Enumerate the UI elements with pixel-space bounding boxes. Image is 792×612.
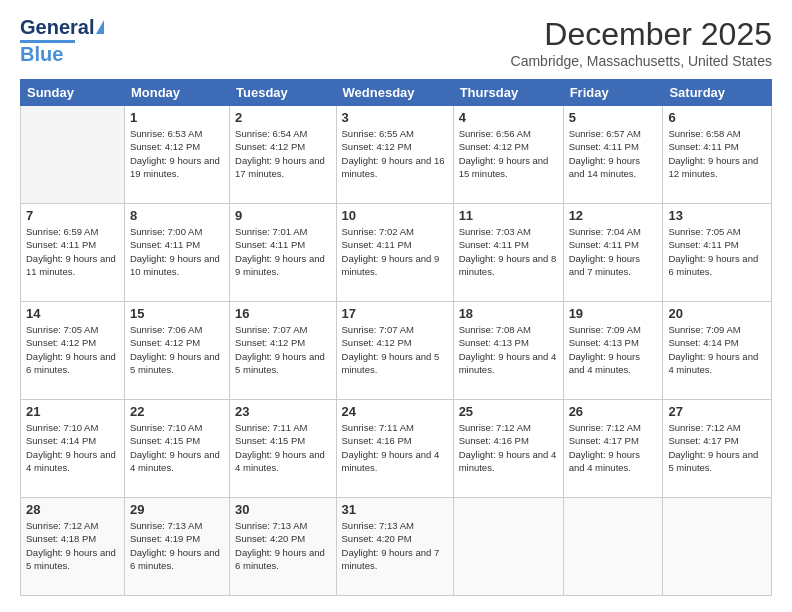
calendar-cell [453,498,563,596]
calendar-cell [21,106,125,204]
day-number: 5 [569,110,658,125]
calendar-cell: 24Sunrise: 7:11 AM Sunset: 4:16 PM Dayli… [336,400,453,498]
day-number: 28 [26,502,119,517]
calendar-cell: 1Sunrise: 6:53 AM Sunset: 4:12 PM Daylig… [124,106,229,204]
cell-info: Sunrise: 6:57 AM Sunset: 4:11 PM Dayligh… [569,127,658,180]
calendar-cell: 23Sunrise: 7:11 AM Sunset: 4:15 PM Dayli… [230,400,336,498]
day-number: 3 [342,110,448,125]
cell-info: Sunrise: 7:12 AM Sunset: 4:17 PM Dayligh… [668,421,766,474]
cell-info: Sunrise: 7:04 AM Sunset: 4:11 PM Dayligh… [569,225,658,278]
weekday-header-monday: Monday [124,80,229,106]
day-number: 30 [235,502,330,517]
cell-info: Sunrise: 7:11 AM Sunset: 4:16 PM Dayligh… [342,421,448,474]
day-number: 14 [26,306,119,321]
cell-info: Sunrise: 7:00 AM Sunset: 4:11 PM Dayligh… [130,225,224,278]
cell-info: Sunrise: 7:12 AM Sunset: 4:17 PM Dayligh… [569,421,658,474]
calendar-cell: 4Sunrise: 6:56 AM Sunset: 4:12 PM Daylig… [453,106,563,204]
calendar-row-1: 7Sunrise: 6:59 AM Sunset: 4:11 PM Daylig… [21,204,772,302]
day-number: 27 [668,404,766,419]
weekday-header-tuesday: Tuesday [230,80,336,106]
calendar-cell: 2Sunrise: 6:54 AM Sunset: 4:12 PM Daylig… [230,106,336,204]
calendar-cell: 22Sunrise: 7:10 AM Sunset: 4:15 PM Dayli… [124,400,229,498]
weekday-header-sunday: Sunday [21,80,125,106]
calendar-cell: 31Sunrise: 7:13 AM Sunset: 4:20 PM Dayli… [336,498,453,596]
day-number: 4 [459,110,558,125]
day-number: 8 [130,208,224,223]
cell-info: Sunrise: 6:55 AM Sunset: 4:12 PM Dayligh… [342,127,448,180]
cell-info: Sunrise: 7:10 AM Sunset: 4:15 PM Dayligh… [130,421,224,474]
day-number: 16 [235,306,330,321]
day-number: 25 [459,404,558,419]
weekday-header-row: SundayMondayTuesdayWednesdayThursdayFrid… [21,80,772,106]
calendar-row-0: 1Sunrise: 6:53 AM Sunset: 4:12 PM Daylig… [21,106,772,204]
calendar-cell: 17Sunrise: 7:07 AM Sunset: 4:12 PM Dayli… [336,302,453,400]
calendar-cell: 8Sunrise: 7:00 AM Sunset: 4:11 PM Daylig… [124,204,229,302]
cell-info: Sunrise: 7:13 AM Sunset: 4:20 PM Dayligh… [235,519,330,572]
calendar-cell: 6Sunrise: 6:58 AM Sunset: 4:11 PM Daylig… [663,106,772,204]
day-number: 12 [569,208,658,223]
day-number: 26 [569,404,658,419]
calendar-cell: 18Sunrise: 7:08 AM Sunset: 4:13 PM Dayli… [453,302,563,400]
calendar-row-4: 28Sunrise: 7:12 AM Sunset: 4:18 PM Dayli… [21,498,772,596]
day-number: 10 [342,208,448,223]
calendar-cell: 19Sunrise: 7:09 AM Sunset: 4:13 PM Dayli… [563,302,663,400]
weekday-header-friday: Friday [563,80,663,106]
calendar-cell: 21Sunrise: 7:10 AM Sunset: 4:14 PM Dayli… [21,400,125,498]
cell-info: Sunrise: 7:12 AM Sunset: 4:18 PM Dayligh… [26,519,119,572]
cell-info: Sunrise: 6:53 AM Sunset: 4:12 PM Dayligh… [130,127,224,180]
day-number: 13 [668,208,766,223]
calendar-cell: 9Sunrise: 7:01 AM Sunset: 4:11 PM Daylig… [230,204,336,302]
calendar-cell: 28Sunrise: 7:12 AM Sunset: 4:18 PM Dayli… [21,498,125,596]
day-number: 23 [235,404,330,419]
day-number: 17 [342,306,448,321]
title-area: December 2025 Cambridge, Massachusetts, … [511,16,772,69]
cell-info: Sunrise: 7:05 AM Sunset: 4:12 PM Dayligh… [26,323,119,376]
calendar-cell: 16Sunrise: 7:07 AM Sunset: 4:12 PM Dayli… [230,302,336,400]
day-number: 21 [26,404,119,419]
page: General Blue December 2025 Cambridge, Ma… [0,0,792,612]
cell-info: Sunrise: 7:03 AM Sunset: 4:11 PM Dayligh… [459,225,558,278]
day-number: 11 [459,208,558,223]
calendar-cell: 27Sunrise: 7:12 AM Sunset: 4:17 PM Dayli… [663,400,772,498]
cell-info: Sunrise: 7:06 AM Sunset: 4:12 PM Dayligh… [130,323,224,376]
header: General Blue December 2025 Cambridge, Ma… [20,16,772,69]
day-number: 24 [342,404,448,419]
day-number: 2 [235,110,330,125]
cell-info: Sunrise: 7:05 AM Sunset: 4:11 PM Dayligh… [668,225,766,278]
calendar-row-3: 21Sunrise: 7:10 AM Sunset: 4:14 PM Dayli… [21,400,772,498]
month-title: December 2025 [511,16,772,53]
calendar-cell: 15Sunrise: 7:06 AM Sunset: 4:12 PM Dayli… [124,302,229,400]
calendar-cell: 10Sunrise: 7:02 AM Sunset: 4:11 PM Dayli… [336,204,453,302]
calendar-cell: 25Sunrise: 7:12 AM Sunset: 4:16 PM Dayli… [453,400,563,498]
calendar-cell: 11Sunrise: 7:03 AM Sunset: 4:11 PM Dayli… [453,204,563,302]
cell-info: Sunrise: 7:10 AM Sunset: 4:14 PM Dayligh… [26,421,119,474]
calendar-cell: 29Sunrise: 7:13 AM Sunset: 4:19 PM Dayli… [124,498,229,596]
calendar-cell: 13Sunrise: 7:05 AM Sunset: 4:11 PM Dayli… [663,204,772,302]
calendar-cell: 20Sunrise: 7:09 AM Sunset: 4:14 PM Dayli… [663,302,772,400]
calendar-cell: 5Sunrise: 6:57 AM Sunset: 4:11 PM Daylig… [563,106,663,204]
cell-info: Sunrise: 6:58 AM Sunset: 4:11 PM Dayligh… [668,127,766,180]
calendar-cell: 7Sunrise: 6:59 AM Sunset: 4:11 PM Daylig… [21,204,125,302]
cell-info: Sunrise: 7:11 AM Sunset: 4:15 PM Dayligh… [235,421,330,474]
calendar-row-2: 14Sunrise: 7:05 AM Sunset: 4:12 PM Dayli… [21,302,772,400]
weekday-header-wednesday: Wednesday [336,80,453,106]
cell-info: Sunrise: 6:54 AM Sunset: 4:12 PM Dayligh… [235,127,330,180]
day-number: 7 [26,208,119,223]
logo: General Blue [20,16,104,66]
cell-info: Sunrise: 7:09 AM Sunset: 4:14 PM Dayligh… [668,323,766,376]
logo-blue: Blue [20,43,104,66]
logo-general: General [20,16,94,39]
cell-info: Sunrise: 6:59 AM Sunset: 4:11 PM Dayligh… [26,225,119,278]
day-number: 22 [130,404,224,419]
day-number: 1 [130,110,224,125]
calendar-cell: 12Sunrise: 7:04 AM Sunset: 4:11 PM Dayli… [563,204,663,302]
cell-info: Sunrise: 7:07 AM Sunset: 4:12 PM Dayligh… [342,323,448,376]
day-number: 20 [668,306,766,321]
cell-info: Sunrise: 7:08 AM Sunset: 4:13 PM Dayligh… [459,323,558,376]
calendar-table: SundayMondayTuesdayWednesdayThursdayFrid… [20,79,772,596]
day-number: 18 [459,306,558,321]
weekday-header-thursday: Thursday [453,80,563,106]
cell-info: Sunrise: 7:07 AM Sunset: 4:12 PM Dayligh… [235,323,330,376]
cell-info: Sunrise: 7:09 AM Sunset: 4:13 PM Dayligh… [569,323,658,376]
cell-info: Sunrise: 7:13 AM Sunset: 4:20 PM Dayligh… [342,519,448,572]
